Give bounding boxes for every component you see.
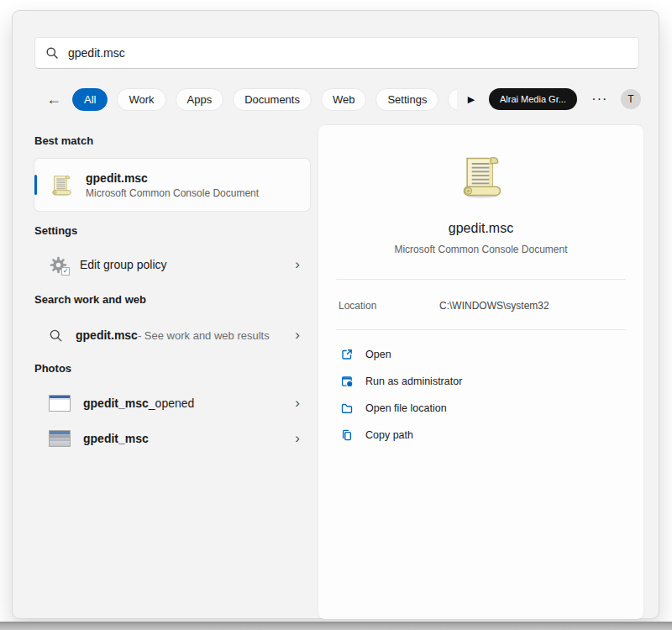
taskbar-edge (0, 622, 672, 630)
photos-header: Photos (34, 362, 71, 375)
tab-documents[interactable]: Documents (233, 88, 312, 111)
check-badge-icon: ✓ (61, 267, 70, 276)
best-match-result[interactable]: gpedit.msc Microsoft Common Console Docu… (34, 159, 310, 211)
photo-item-label: gpedit_msc_opened (83, 396, 194, 410)
best-match-title: gpedit.msc (86, 171, 259, 185)
play-icon: ▶ (468, 94, 475, 104)
search-box[interactable] (34, 37, 639, 69)
edit-group-policy-label: Edit group policy (80, 258, 167, 271)
search-input[interactable] (68, 46, 628, 60)
back-button[interactable]: ← (45, 89, 63, 109)
back-arrow-icon: ← (46, 91, 61, 108)
location-value: C:\WINDOWS\system32 (439, 300, 549, 312)
msc-scroll-icon (49, 172, 74, 197)
chevron-right-icon: › (295, 257, 300, 273)
chevron-right-icon: › (295, 431, 300, 447)
search-icon (45, 46, 59, 60)
more-options-button[interactable]: ··· (591, 92, 609, 107)
photo-item-opened[interactable]: gpedit_msc_opened › (34, 386, 310, 420)
web-search-header: Search work and web (34, 293, 146, 306)
filter-pills-strip: All Work Apps Documents Web Settings Peo… (72, 88, 457, 111)
best-match-header: Best match (34, 134, 93, 147)
tab-work[interactable]: Work (117, 88, 165, 111)
ellipsis-icon: ··· (591, 92, 607, 106)
open-button[interactable]: Open (318, 341, 643, 368)
preview-title: gpedit.msc (318, 221, 643, 236)
tab-settings[interactable]: Settings (375, 88, 438, 111)
tab-apps[interactable]: Apps (176, 88, 224, 111)
copy-path-label: Copy path (365, 429, 413, 441)
photo-thumbnail-icon (49, 395, 71, 412)
tabs-scroll-right-button[interactable]: ▶ (465, 94, 478, 105)
location-label: Location (339, 300, 376, 312)
tab-web[interactable]: Web (321, 88, 367, 111)
copy-icon (340, 428, 354, 442)
gear-check-icon: ✓ (49, 255, 68, 275)
copy-path-button[interactable]: Copy path (318, 422, 643, 449)
tab-people[interactable]: People (448, 88, 457, 111)
open-file-location-button[interactable]: Open file location (318, 395, 643, 422)
run-as-administrator-button[interactable]: Run as administrator (318, 368, 643, 395)
best-match-text: gpedit.msc Microsoft Common Console Docu… (86, 171, 259, 199)
action-list: Open Run as administrator Open file loca… (318, 341, 643, 449)
msc-scroll-icon (456, 150, 507, 201)
search-icon (49, 328, 63, 343)
filter-tabs-bar: ← All Work Apps Documents Web Settings P… (45, 87, 647, 111)
photo-thumbnail-icon (49, 430, 71, 447)
photo-item[interactable]: gpedit_msc › (34, 422, 310, 455)
chevron-right-icon: › (295, 328, 300, 344)
folder-icon (340, 402, 354, 415)
preview-subtitle: Microsoft Common Console Document (318, 244, 643, 255)
open-icon (340, 348, 354, 361)
divider (336, 329, 626, 330)
edit-group-policy-item[interactable]: ✓ Edit group policy › (34, 248, 310, 281)
tab-all[interactable]: All (72, 88, 108, 111)
run-as-admin-icon (340, 375, 354, 388)
run-as-admin-label: Run as administrator (365, 375, 462, 387)
settings-header: Settings (34, 224, 77, 237)
photo-item-label: gpedit_msc (83, 432, 149, 445)
web-search-suffix: - See work and web results (138, 329, 270, 342)
divider (336, 279, 626, 280)
result-preview-panel: gpedit.msc Microsoft Common Console Docu… (318, 125, 643, 619)
search-flyout-window: ← All Work Apps Documents Web Settings P… (12, 10, 659, 619)
web-search-item[interactable]: gpedit.msc - See work and web results › (34, 318, 310, 352)
chevron-right-icon: › (295, 396, 300, 412)
user-avatar[interactable]: T (621, 89, 641, 109)
best-match-subtitle: Microsoft Common Console Document (86, 187, 259, 199)
web-search-query: gpedit.msc (76, 328, 138, 342)
open-file-location-label: Open file location (365, 402, 447, 414)
tenant-group-pill[interactable]: Alrai Media Gr... (489, 88, 577, 110)
selection-accent-bar (34, 175, 37, 195)
open-label: Open (365, 349, 391, 360)
